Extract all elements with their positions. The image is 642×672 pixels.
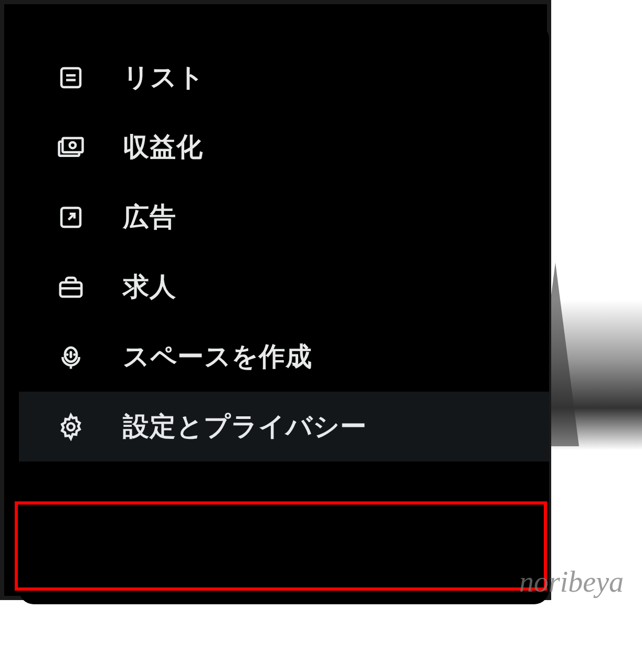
microphone-icon [56,342,86,372]
list-icon [56,62,86,93]
menu-item-monetization[interactable]: 収益化 [19,112,549,182]
menu-item-label: 広告 [123,200,176,235]
svg-rect-4 [62,138,82,152]
svg-rect-0 [61,68,80,87]
menu-item-label: スペースを作成 [123,339,312,374]
briefcase-icon [56,272,86,302]
menu-item-label: 設定とプライバシー [123,409,367,444]
svg-point-15 [67,423,75,430]
menu-item-label: 求人 [123,269,176,304]
external-link-icon [56,202,86,233]
monetization-icon [56,132,86,163]
watermark-text: noribeya [519,565,624,598]
background-area [545,0,642,600]
menu-item-jobs[interactable]: 求人 [19,252,549,322]
gear-icon [56,412,86,442]
menu-item-lists[interactable]: リスト [19,43,549,112]
menu-item-label: 収益化 [123,130,203,165]
menu-item-settings-privacy[interactable]: 設定とプライバシー [19,392,549,461]
menu-item-create-space[interactable]: スペースを作成 [19,322,549,392]
menu-item-ads[interactable]: 広告 [19,182,549,252]
outer-frame: リスト 収益化 広告 [0,0,551,600]
menu-item-label: リスト [123,60,205,95]
more-menu-panel: リスト 収益化 広告 [19,24,549,604]
